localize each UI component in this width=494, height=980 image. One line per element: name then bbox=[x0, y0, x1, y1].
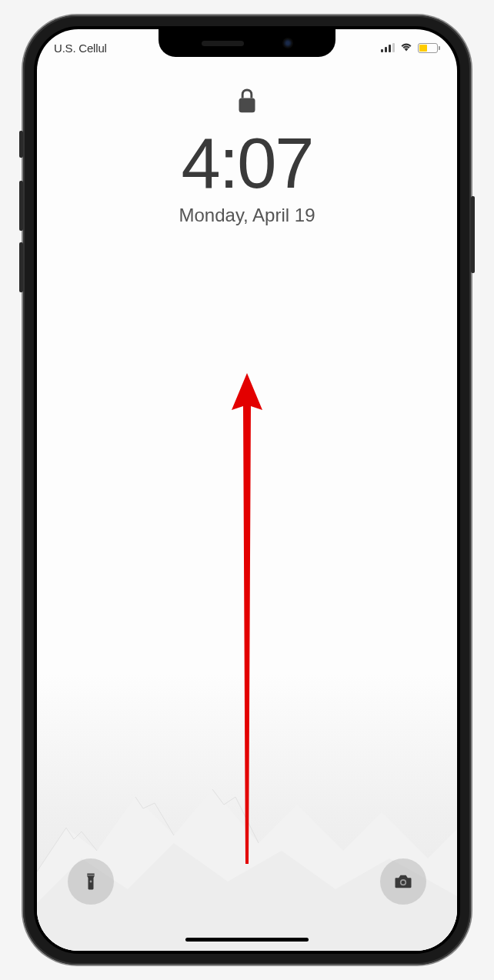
notch bbox=[159, 29, 335, 57]
silence-switch[interactable] bbox=[19, 131, 23, 158]
volume-down-button[interactable] bbox=[19, 242, 23, 292]
phone-body: U.S. Cellul bbox=[34, 26, 460, 954]
speaker bbox=[202, 41, 244, 46]
carrier-label: U.S. Cellul bbox=[54, 42, 107, 55]
home-indicator[interactable] bbox=[185, 938, 309, 942]
wifi-icon bbox=[399, 41, 413, 55]
svg-point-4 bbox=[402, 881, 406, 885]
clock-time: 4:07 bbox=[37, 128, 457, 198]
flashlight-button[interactable] bbox=[68, 858, 114, 905]
svg-rect-0 bbox=[239, 98, 255, 113]
swipe-up-arrow-annotation bbox=[224, 372, 270, 875]
power-button[interactable] bbox=[471, 196, 475, 273]
status-indicators bbox=[381, 41, 440, 55]
svg-point-2 bbox=[90, 881, 92, 883]
volume-up-button[interactable] bbox=[19, 181, 23, 231]
cellular-signal-icon bbox=[381, 43, 395, 52]
lock-icon bbox=[236, 87, 258, 118]
front-camera bbox=[282, 38, 293, 48]
clock-date: Monday, April 19 bbox=[37, 205, 457, 226]
battery-icon bbox=[418, 43, 440, 53]
phone-frame: U.S. Cellul bbox=[23, 15, 471, 965]
camera-button[interactable] bbox=[380, 858, 426, 905]
svg-rect-1 bbox=[87, 875, 94, 875]
lock-info: 4:07 Monday, April 19 bbox=[37, 87, 457, 226]
lock-screen[interactable]: U.S. Cellul bbox=[37, 29, 457, 951]
